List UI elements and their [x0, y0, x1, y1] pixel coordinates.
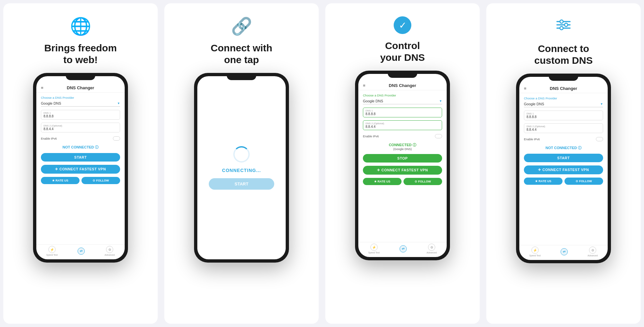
status-row-4: NOT CONNECTED ⓘ	[524, 145, 603, 150]
dns1-label-3: DNS 1	[366, 109, 439, 112]
dns-select-1[interactable]: Google DNS ▼	[41, 101, 120, 107]
start-button-1[interactable]: START	[41, 153, 120, 162]
bottom-nav-3: ⚡ Speed Test ⇄ ⚙ Advanced	[358, 242, 447, 257]
dns2-value-4: 8.8.4.4	[527, 128, 600, 131]
connect-icon-1: ⇄	[78, 248, 85, 255]
speedtest-label-3: Speed Test	[368, 251, 380, 254]
status-text-3: CONNECTED ⓘ	[389, 143, 416, 147]
nav-speedtest-3[interactable]: ⚡ Speed Test	[368, 244, 380, 254]
vpn-button-1[interactable]: ✈ CONNECT FASTEST VPN	[41, 165, 120, 174]
app-body-1: Choose a DNS Provider Google DNS ▼ DNS 1…	[36, 93, 125, 244]
nav-speedtest-1[interactable]: ⚡ Speed Test	[46, 246, 58, 256]
bottom-btn-row-3: ★ RATE US ⊙ FOLLOW	[363, 178, 442, 185]
speedtest-label-1: Speed Test	[46, 254, 58, 256]
dns2-value-1: 8.8.4.4	[44, 127, 117, 131]
ipv6-label-1: Enable IPv6	[41, 137, 57, 140]
slide-4-title: Connect to custom DNS	[534, 43, 593, 66]
phone-screen-2: CONNECTING... START	[197, 76, 286, 259]
nav-connect-4[interactable]: ⇄	[561, 248, 568, 255]
start-button-4[interactable]: START	[524, 154, 603, 162]
start-button-2[interactable]: START	[209, 178, 274, 190]
dns2-label-3: DNS 2 (Optional)	[366, 122, 439, 125]
app-title-3: DNS Changer	[389, 83, 416, 88]
stop-button-3[interactable]: STOP	[363, 154, 442, 163]
follow-button-3[interactable]: ⊙ FOLLOW	[403, 178, 442, 185]
dns-select-3[interactable]: Google DNS ▼	[363, 99, 442, 104]
slide-2-title: Connect with one tap	[211, 42, 272, 66]
phone-notch-2	[227, 73, 256, 80]
phone-frame-1: ≡ DNS Changer Choose a DNS Provider Goog…	[33, 73, 128, 263]
slide-3-title: Control your DNS	[380, 40, 425, 63]
dns-select-value-3: Google DNS	[363, 99, 383, 103]
advanced-label-4: Advanced	[588, 254, 598, 257]
phone-notch-4	[549, 74, 578, 81]
nav-advanced-4[interactable]: ⚙ Advanced	[588, 247, 598, 257]
slide-2: 🔗 Connect with one tap CONNECTING... STA…	[164, 3, 319, 324]
dns-select-value-1: Google DNS	[41, 101, 61, 105]
slide-1: 🌐 Brings freedom to web! ≡ DNS Changer C…	[3, 3, 158, 324]
rate-button-1[interactable]: ★ RATE US	[41, 177, 80, 184]
phone-screen-3: ≡ DNS Changer Choose a DNS Provider Goog…	[358, 74, 447, 257]
dns2-field-3: DNS 2 (Optional) 8.8.4.4	[363, 120, 442, 130]
ipv6-toggle-1[interactable]	[113, 136, 120, 141]
ipv6-row-3: Enable IPv6	[363, 134, 442, 138]
phone-notch-1	[66, 73, 95, 80]
dns1-field-4: DNS 1 8.8.8.8	[524, 111, 603, 120]
dns2-label-1: DNS 2 (Optional)	[44, 124, 117, 127]
advanced-icon-4: ⚙	[589, 247, 596, 254]
slide-3: ✓ Control your DNS ≡ DNS Changer Choose …	[325, 3, 480, 324]
dns-provider-label-4: Choose a DNS Provider	[524, 96, 603, 100]
dns-select-4[interactable]: Google DNS ▼	[524, 102, 603, 107]
dns-provider-label-3: Choose a DNS Provider	[363, 94, 442, 97]
nav-advanced-3[interactable]: ⚙ Advanced	[427, 244, 437, 254]
follow-button-4[interactable]: ⊙ FOLLOW	[564, 178, 603, 185]
showcase-container: 🌐 Brings freedom to web! ≡ DNS Changer C…	[0, 0, 644, 327]
rate-button-3[interactable]: ★ RATE US	[363, 178, 402, 185]
status-text-1: NOT CONNECTED ⓘ	[63, 145, 98, 149]
vpn-button-4[interactable]: ✈ CONNECT FASTEST VPN	[524, 165, 603, 174]
bottom-btn-row-4: ★ RATE US ⊙ FOLLOW	[524, 178, 603, 185]
follow-button-1[interactable]: ⊙ FOLLOW	[81, 177, 120, 184]
bottom-nav-4: ⚡ Speed Test ⇄ ⚙ Advanced	[519, 245, 608, 260]
rate-button-4[interactable]: ★ RATE US	[524, 178, 563, 185]
dns1-field-3: DNS 1 8.8.8.8	[363, 108, 442, 117]
slide-4-icon	[555, 16, 572, 37]
dns-select-value-4: Google DNS	[524, 102, 544, 106]
connecting-spinner	[233, 146, 250, 163]
settings-icon	[555, 16, 572, 33]
phone-notch-3	[388, 71, 417, 78]
menu-icon-4[interactable]: ≡	[524, 86, 527, 91]
bottom-btn-row-1: ★ RATE US ⊙ FOLLOW	[41, 177, 120, 184]
ipv6-toggle-4[interactable]	[596, 137, 603, 141]
nav-speedtest-4[interactable]: ⚡ Speed Test	[529, 247, 541, 257]
slide-4: Connect to custom DNS ≡ DNS Changer Choo…	[486, 3, 641, 324]
slide-2-icon: 🔗	[231, 16, 252, 36]
advanced-icon-1: ⚙	[106, 246, 113, 253]
ipv6-toggle-3[interactable]	[435, 134, 442, 138]
slide-3-icon: ✓	[394, 16, 411, 34]
ipv6-label-3: Enable IPv6	[363, 135, 379, 138]
nav-connect-1[interactable]: ⇄	[78, 248, 85, 255]
dns1-field-1: DNS 1 8.8.8.8	[41, 110, 120, 120]
dns2-value-3: 8.8.4.4	[366, 125, 439, 129]
status-text-4: NOT CONNECTED ⓘ	[546, 146, 581, 150]
vpn-button-3[interactable]: ✈ CONNECT FASTEST VPN	[363, 166, 442, 175]
speedtest-icon-3: ⚡	[370, 244, 378, 251]
dns-arrow-3: ▼	[439, 99, 442, 103]
status-row-1: NOT CONNECTED ⓘ	[41, 144, 120, 150]
app-body-3: Choose a DNS Provider Google DNS ▼ DNS 1…	[358, 90, 447, 242]
nav-connect-3[interactable]: ⇄	[400, 245, 407, 252]
dns2-field-4: DNS 2 (Optional) 8.8.4.4	[524, 123, 603, 133]
nav-advanced-1[interactable]: ⚙ Advanced	[105, 246, 115, 256]
connect-icon-4: ⇄	[561, 248, 568, 255]
connect-icon-3: ⇄	[400, 245, 407, 252]
advanced-label-3: Advanced	[427, 251, 437, 254]
svg-point-4	[564, 23, 568, 26]
dns-arrow-1: ▼	[117, 102, 120, 105]
slide-1-title: Brings freedom to web!	[44, 42, 117, 66]
menu-icon-1[interactable]: ≡	[41, 85, 44, 90]
phone-screen-1: ≡ DNS Changer Choose a DNS Provider Goog…	[36, 76, 125, 259]
app-title-4: DNS Changer	[550, 86, 577, 91]
menu-icon-3[interactable]: ≡	[363, 83, 366, 88]
phone-frame-4: ≡ DNS Changer Choose a DNS Provider Goog…	[516, 74, 611, 263]
